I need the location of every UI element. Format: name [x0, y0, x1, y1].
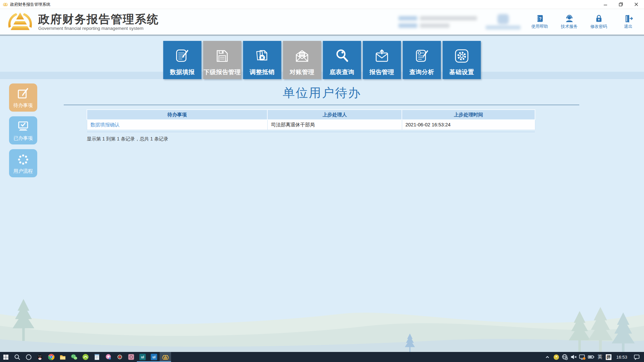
tray-notification-button[interactable] [631, 352, 643, 362]
taskbar-app-recorder[interactable] [114, 352, 125, 362]
sidebar-item-todo[interactable]: 待办事项 [9, 83, 37, 112]
logout-icon [624, 14, 633, 23]
taskbar-app-qq[interactable] [34, 352, 46, 362]
start-button[interactable] [0, 352, 11, 362]
cast-screen-icon [579, 354, 586, 360]
tray-antivirus[interactable] [552, 352, 560, 362]
minimize-icon [603, 2, 607, 6]
taskbar-search-button[interactable] [11, 352, 23, 362]
minimize-button[interactable] [598, 0, 613, 9]
svg-text:?: ? [539, 16, 542, 21]
taskbar: ul ul [0, 352, 644, 362]
tray-cast-screen[interactable] [578, 352, 587, 362]
app-subtitle: Government financial reporting managemen… [38, 26, 159, 31]
sidebar-item-user-flow[interactable]: 用户流程 [9, 149, 37, 177]
close-icon [634, 2, 638, 6]
tray-show-hidden-button[interactable] [543, 352, 552, 362]
tray-network[interactable] [560, 352, 569, 362]
window-title: 政府财务报告管理系统 [10, 2, 50, 7]
tab-base-table-query[interactable]: 底表查询 [323, 41, 361, 79]
header-divider [0, 35, 644, 36]
flow-dots-icon [16, 152, 31, 167]
header-titles: 政府财务报告管理系统 Government financial reportin… [38, 13, 159, 31]
envelope-send-icon [374, 48, 390, 64]
taskbar-app-wechat[interactable] [68, 352, 80, 362]
change-password-label: 修改密码 [590, 24, 607, 29]
taskbar-app-pink[interactable] [103, 352, 114, 362]
taskbar-app-gfr-current[interactable] [160, 352, 171, 362]
antivirus-icon [553, 354, 559, 360]
taskbar-app-green[interactable] [80, 352, 91, 362]
edit-square-icon [16, 86, 31, 101]
tech-service-button[interactable]: 技术服务 [559, 14, 580, 29]
tray-ime-pinyin[interactable]: 拼 [604, 352, 613, 362]
tab-subordinate-reports[interactable]: 下级报告管理 [203, 41, 241, 79]
taskbar-app-chrome[interactable] [46, 352, 57, 362]
sidebar-item-done[interactable]: 已办事项 [9, 116, 37, 144]
table-header-row: 待办事项 上步处理人 上步处理时间 [87, 110, 535, 120]
qq-icon [37, 354, 43, 360]
help-book-icon: ? [535, 14, 544, 23]
blue-ul-app-icon: ul [151, 354, 157, 360]
title-divider [64, 105, 579, 105]
tray-clock[interactable]: 16:53 [613, 352, 631, 362]
taskbar-app-gear[interactable] [125, 352, 137, 362]
tray-volume[interactable] [569, 352, 578, 362]
logout-label: 退出 [624, 24, 633, 29]
org-avatar [497, 14, 509, 24]
battery-icon [588, 355, 595, 359]
taskbar-app-ul-teal[interactable]: ul [137, 352, 148, 362]
tab-adjust-offset[interactable]: 调整抵销 [243, 41, 281, 79]
tab-data-entry[interactable]: 数据填报 [163, 41, 202, 79]
app-logo [5, 10, 35, 34]
app-title: 政府财务报告管理系统 [38, 13, 159, 25]
pink-app-icon [105, 354, 112, 360]
taskbar-app-explorer[interactable] [57, 352, 68, 362]
teal-ul-app-icon: ul [139, 354, 146, 360]
logout-button[interactable]: 退出 [618, 14, 639, 29]
gear-app-icon [128, 354, 135, 360]
monitor-check-icon [16, 119, 31, 134]
main-nav: 数据填报 下级报告管理 [163, 41, 481, 79]
page-title: 单位用户待办 [0, 85, 644, 101]
tab-reconciliation[interactable]: 对账管理 [283, 41, 321, 79]
user-info-redacted [398, 16, 477, 28]
tray-ime-language[interactable]: 英 [595, 352, 604, 362]
record-summary: 显示第 1 到第 1 条记录，总共 1 条记录 [87, 136, 168, 142]
gfr-app-icon [162, 354, 169, 360]
gfr-logo-icon [5, 10, 35, 33]
change-password-button[interactable]: 修改密码 [588, 14, 609, 29]
tab-basic-settings[interactable]: 基础设置 [443, 41, 481, 79]
chrome-icon [48, 354, 55, 360]
left-sidebar: 待办事项 已办事项 用户流程 [9, 83, 37, 177]
envelope-letter-icon [294, 48, 311, 64]
main-area: 数据填报 下级报告管理 [0, 36, 644, 352]
taskbar-app-notepad[interactable] [91, 352, 103, 362]
app-header: 政府财务报告管理系统 Government financial reportin… [0, 9, 644, 35]
chevron-up-icon [545, 354, 550, 360]
help-button[interactable]: ? 使用帮助 [529, 14, 550, 29]
help-label: 使用帮助 [531, 24, 548, 29]
desktop: 政府财务报告管理系统 政府财务报告管理系统 Government financi… [0, 0, 644, 362]
task-view-button[interactable] [23, 352, 34, 362]
taskbar-app-ul-blue[interactable]: ul [148, 352, 160, 362]
window-titlebar: 政府财务报告管理系统 [0, 0, 644, 9]
svg-text:ul: ul [141, 355, 144, 359]
restore-button[interactable] [613, 0, 629, 9]
window-controls [598, 0, 644, 9]
table-footer-strip [87, 131, 535, 133]
tray-battery[interactable] [587, 352, 595, 362]
close-button[interactable] [629, 0, 644, 9]
col-prev-time: 上步处理时间 [402, 110, 535, 120]
recorder-app-icon [116, 354, 123, 360]
tab-report-management[interactable]: 报告管理 [363, 41, 401, 79]
landscape-illustration [0, 275, 644, 352]
magnifier-icon [334, 48, 351, 64]
gear-icon [453, 48, 470, 64]
floppy-disk-icon [214, 48, 231, 64]
start-icon [3, 355, 8, 360]
tab-query-analysis[interactable]: 查询分析 [403, 41, 441, 79]
col-todo-item: 待办事项 [87, 110, 267, 120]
todo-item-link[interactable]: 数据填报确认 [91, 122, 120, 127]
volume-muted-icon [571, 354, 577, 360]
